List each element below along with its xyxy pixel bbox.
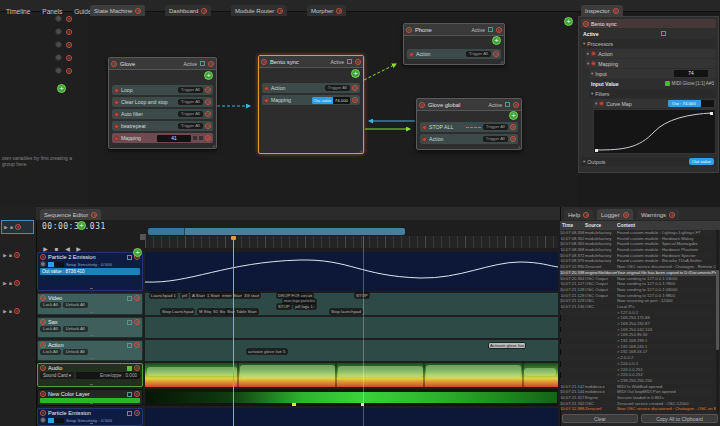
stop-icon[interactable]: ■ — [9, 280, 12, 286]
copy-log-button[interactable]: Copy All to Clipboard — [641, 414, 718, 423]
close-icon[interactable] — [40, 319, 46, 325]
node-header[interactable]: Bento sync Active — [259, 56, 363, 68]
lane-particle[interactable] — [145, 408, 558, 426]
mapping-row[interactable]: Mapping41 — [112, 133, 213, 143]
unlock-all-button[interactable]: Unlock All — [63, 302, 88, 308]
enable-dot-icon[interactable] — [114, 112, 119, 117]
active-checkbox[interactable] — [347, 59, 352, 64]
close-icon[interactable] — [66, 42, 72, 48]
close-icon[interactable] — [208, 61, 214, 67]
track-header-video[interactable]: Video Lock AllUnlock All — [37, 293, 143, 315]
close-icon[interactable] — [134, 319, 140, 325]
module-item[interactable] — [55, 54, 72, 61]
track-checkbox[interactable] — [127, 392, 132, 397]
tab-dashboard[interactable]: Dashboard — [165, 5, 211, 16]
enable-dot-icon[interactable] — [409, 52, 414, 57]
snap-slider[interactable] — [48, 418, 64, 423]
col-time[interactable]: Time — [560, 221, 585, 230]
track-header-sax[interactable]: Sax Lock AllUnlock All — [37, 317, 143, 338]
enable-dot-icon[interactable] — [114, 88, 119, 93]
close-icon[interactable] — [66, 16, 72, 22]
enable-dot-icon[interactable] — [422, 137, 427, 142]
close-icon[interactable] — [40, 254, 46, 260]
close-icon[interactable] — [40, 365, 46, 371]
close-icon[interactable] — [352, 97, 358, 103]
close-icon[interactable] — [261, 59, 267, 65]
envelope-field[interactable]: Enveloppe : 0.000 — [76, 372, 140, 379]
input-value-box[interactable]: 74 — [674, 70, 708, 77]
menu-item-timeline[interactable]: Timeline — [0, 6, 36, 15]
node-phone[interactable]: Phone Active ActionTrigger All — [403, 23, 505, 65]
trigger-all-button[interactable]: Trigger All — [325, 85, 350, 91]
enable-dot-icon[interactable] — [114, 124, 119, 129]
close-icon[interactable] — [205, 87, 211, 93]
stop-icon[interactable]: ■ — [9, 252, 12, 258]
close-icon[interactable] — [134, 410, 140, 416]
sequence-list-item-selected[interactable]: ▶■ — [1, 220, 34, 234]
active-checkbox[interactable] — [200, 61, 205, 66]
logger-rows[interactable]: 10:07:08.358modulefactoryFound custom mo… — [560, 230, 718, 413]
close-icon[interactable] — [40, 342, 46, 348]
enable-dot-icon[interactable] — [114, 136, 119, 141]
sequence-list-item[interactable]: ▶■ — [1, 304, 34, 318]
sequence-list-item[interactable]: ▶■ — [1, 248, 34, 262]
module-item[interactable] — [55, 41, 72, 48]
out-value-bar[interactable]: Out value : 8738.410 — [40, 268, 140, 275]
trigger-all-button[interactable]: Trigger All — [483, 136, 508, 142]
timeline-navigator[interactable] — [148, 228, 405, 235]
add-action-button[interactable] — [492, 36, 501, 45]
clear-log-button[interactable]: Clear — [562, 414, 638, 423]
playhead[interactable] — [233, 236, 234, 426]
node-header[interactable]: Glove Active — [109, 58, 216, 70]
lock-all-button[interactable]: Lock All — [40, 349, 61, 355]
active-checkbox[interactable] — [661, 31, 666, 36]
menu-item-panels[interactable]: Panels — [36, 6, 68, 15]
enable-dot-icon[interactable] — [264, 98, 269, 103]
trigger-all-button[interactable]: Trigger All — [483, 124, 508, 130]
module-item[interactable] — [55, 28, 72, 35]
trigger-all-button[interactable]: Trigger All — [178, 87, 203, 93]
add-action-button[interactable] — [351, 69, 360, 78]
lane-audio[interactable] — [145, 363, 558, 387]
close-icon[interactable] — [205, 99, 211, 105]
trigger-all-button[interactable]: Trigger All — [466, 51, 491, 57]
add-layer-button[interactable] — [133, 248, 142, 257]
close-icon[interactable] — [66, 68, 72, 74]
play-icon[interactable]: ▶ — [4, 224, 8, 230]
trigger-all-button[interactable]: Trigger All — [178, 99, 203, 105]
close-icon[interactable] — [205, 111, 211, 117]
play-icon[interactable]: ▶ — [3, 252, 7, 258]
mapping-value[interactable]: 41 — [157, 135, 191, 142]
close-icon[interactable] — [510, 124, 516, 130]
track-checkbox[interactable] — [127, 320, 132, 325]
stop-icon[interactable]: ■ — [9, 308, 12, 314]
close-icon[interactable] — [40, 391, 46, 397]
mapping-row[interactable]: Mapping Osc value74.000 — [262, 95, 360, 105]
color-gradient-strip[interactable] — [146, 392, 557, 403]
lane-color[interactable] — [145, 389, 558, 406]
knob-icon[interactable] — [40, 417, 46, 423]
time-ruler[interactable] — [145, 236, 558, 248]
close-icon[interactable] — [66, 55, 72, 61]
close-icon[interactable] — [669, 212, 675, 218]
next-button[interactable]: ▶ — [73, 245, 84, 252]
curve-map-editor[interactable] — [593, 109, 716, 154]
color-preview-bar[interactable] — [40, 398, 140, 403]
close-icon[interactable] — [419, 102, 425, 108]
action-row[interactable]: ActionTrigger All — [262, 83, 360, 93]
playhead-handle[interactable] — [231, 236, 236, 240]
lane-video[interactable] — [145, 293, 558, 315]
stepper[interactable] — [710, 72, 714, 76]
section-processors[interactable]: ▾Processors — [581, 39, 716, 48]
node-header[interactable]: Phone Active — [404, 24, 504, 36]
close-icon[interactable] — [493, 51, 499, 57]
active-checkbox[interactable] — [488, 27, 493, 32]
action-row[interactable]: ActionTrigger All — [407, 49, 501, 59]
tab-logger[interactable]: Logger — [597, 209, 633, 220]
color-keyframe[interactable] — [292, 403, 296, 406]
close-icon[interactable] — [205, 135, 211, 141]
node-bento-sync[interactable]: Bento sync Active ActionTrigger All Mapp… — [258, 55, 364, 154]
track-header-color[interactable]: New Color Layer — [37, 389, 143, 406]
close-icon[interactable] — [352, 85, 358, 91]
enable-dot-icon[interactable] — [422, 125, 427, 130]
